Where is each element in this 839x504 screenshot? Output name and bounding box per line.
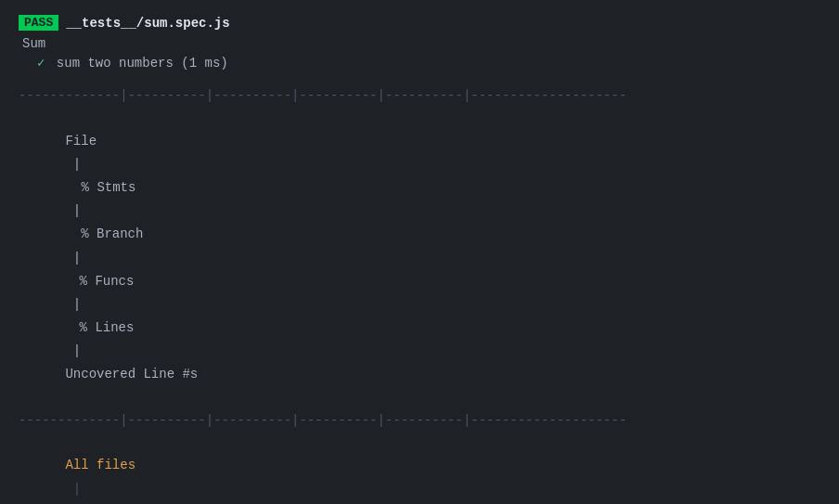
- col-funcs-header: % Funcs: [65, 270, 134, 293]
- suite-name: Sum: [22, 36, 820, 51]
- divider-mid: -------------|----------|----------|----…: [19, 410, 820, 431]
- coverage-table: -------------|----------|----------|----…: [19, 85, 820, 504]
- pass-badge: PASS: [19, 15, 58, 31]
- table-row-allfiles: All files | 50 | 100 | 50 | 50 |: [19, 431, 820, 504]
- col-branch-header: % Branch: [65, 223, 143, 246]
- col-uncovered-header: Uncovered Line #s: [65, 367, 198, 381]
- header-line: PASS __tests__/sum.spec.js: [19, 15, 820, 31]
- test-name: sum two numbers: [57, 56, 174, 71]
- col-stmts-header: % Stmts: [65, 176, 136, 200]
- divider-top: -------------|----------|----------|----…: [19, 85, 820, 106]
- col-lines-header: % Lines: [65, 317, 134, 340]
- filename: __tests__/sum.spec.js: [66, 16, 229, 31]
- row-allfiles-file: All files: [65, 454, 210, 477]
- col-file-header: File: [65, 130, 210, 153]
- checkmark-icon: ✓: [37, 56, 45, 71]
- table-header-row: File | % Stmts | % Branch | % Funcs | % …: [19, 106, 820, 409]
- terminal-window: PASS __tests__/sum.spec.js Sum ✓ sum two…: [19, 15, 820, 504]
- test-result-line: ✓ sum two numbers (1 ms): [37, 55, 820, 71]
- test-duration-value: (1 ms): [181, 56, 227, 71]
